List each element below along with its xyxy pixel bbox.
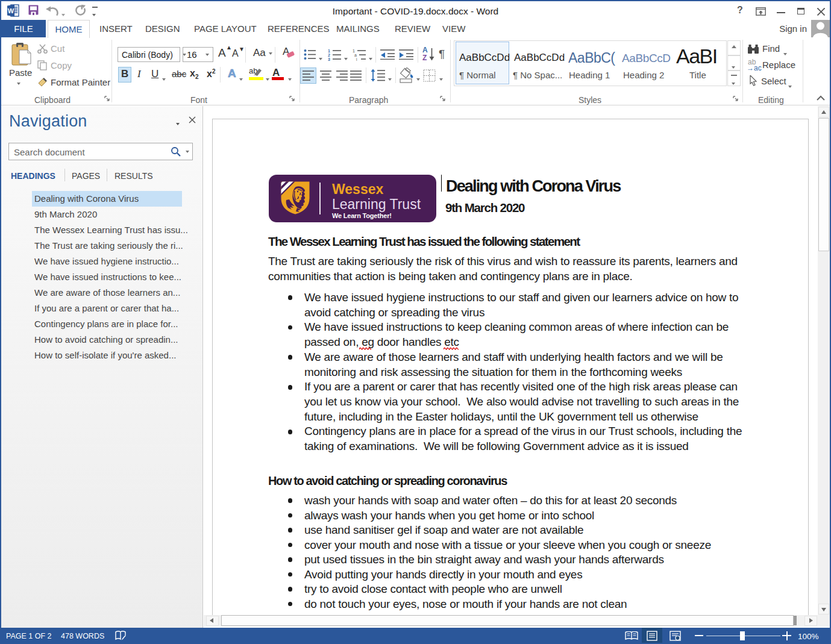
svg-text:1: 1 (328, 49, 330, 53)
svg-text:W: W (8, 7, 14, 14)
svg-text:1: 1 (353, 49, 355, 53)
svg-text:2: 2 (328, 53, 330, 57)
svg-text:3: 3 (328, 57, 330, 61)
svg-text:a: a (354, 53, 357, 57)
svg-text:i: i (356, 57, 357, 61)
